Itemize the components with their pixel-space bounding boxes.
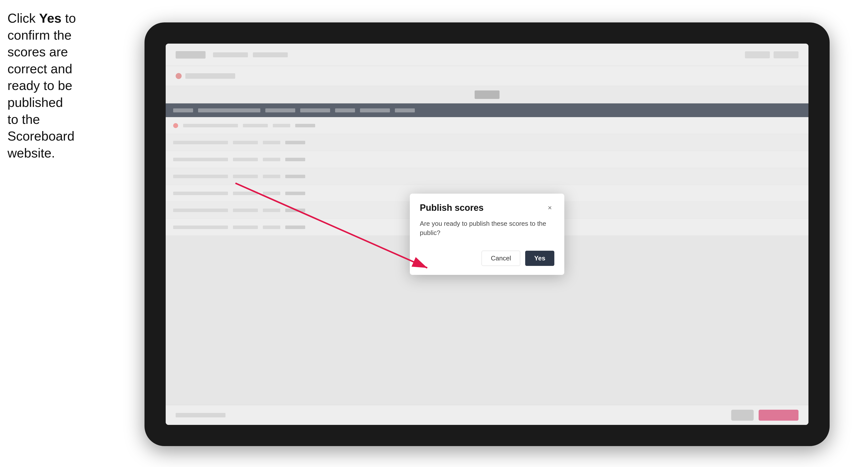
modal-body: Are you ready to publish these scores to…	[410, 219, 564, 245]
yes-button[interactable]: Yes	[525, 251, 554, 266]
tablet-frame: Publish scores × Are you ready to publis…	[145, 23, 830, 446]
modal-overlay: Publish scores × Are you ready to publis…	[166, 43, 808, 425]
modal-close-button[interactable]: ×	[546, 204, 554, 212]
tablet-screen: Publish scores × Are you ready to publis…	[166, 43, 808, 425]
modal-header: Publish scores ×	[410, 194, 564, 219]
modal-footer: Cancel Yes	[410, 245, 564, 275]
modal-title: Publish scores	[420, 203, 484, 213]
modal-message: Are you ready to publish these scores to…	[420, 219, 554, 237]
publish-scores-modal: Publish scores × Are you ready to publis…	[410, 194, 564, 275]
cancel-button[interactable]: Cancel	[482, 251, 520, 266]
instruction-text: Click Yes to confirm the scores are corr…	[7, 10, 77, 161]
